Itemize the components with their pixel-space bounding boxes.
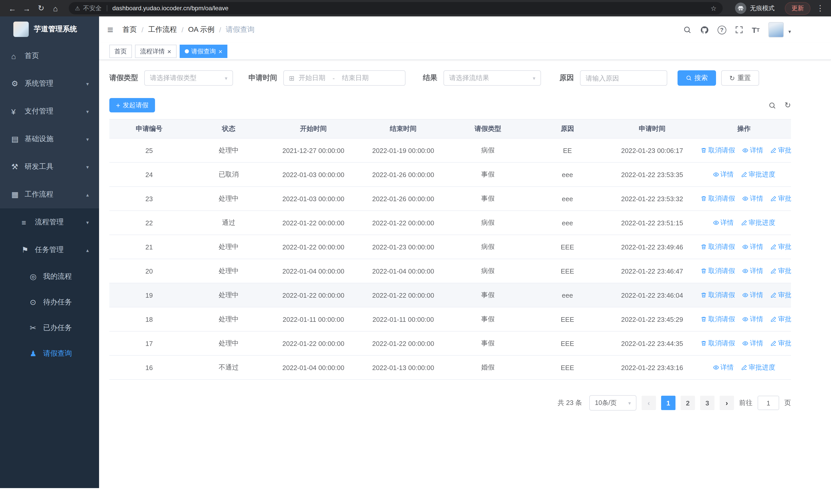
- approval-progress-link[interactable]: 审批进度: [741, 218, 775, 227]
- search-button[interactable]: 搜索: [678, 70, 716, 86]
- prev-page-button[interactable]: ‹: [641, 396, 656, 410]
- create-leave-button[interactable]: + 发起请假: [109, 98, 155, 112]
- sidebar-item-label: 我的流程: [43, 272, 72, 281]
- approval-progress-link[interactable]: 审批进度: [770, 291, 791, 300]
- breadcrumb-item[interactable]: 首页: [122, 25, 137, 34]
- back-button[interactable]: ←: [6, 4, 19, 12]
- sidebar-item-dev-tools[interactable]: ⚒研发工具▾: [0, 153, 99, 181]
- detail-link[interactable]: 详情: [742, 266, 763, 276]
- cell-reason: EEE: [528, 259, 607, 283]
- cancel-leave-link[interactable]: 取消请假: [700, 315, 735, 324]
- detail-link[interactable]: 详情: [713, 218, 734, 227]
- approval-progress-link[interactable]: 审批进度: [770, 315, 791, 324]
- font-size-icon[interactable]: TT: [752, 25, 760, 34]
- sidebar-item-system[interactable]: ⚙系统管理▾: [0, 70, 99, 97]
- action-label: 详情: [720, 218, 734, 227]
- breadcrumb-item[interactable]: OA 示例: [188, 25, 214, 34]
- page-1-button[interactable]: 1: [661, 396, 676, 410]
- sidebar-item-infrastructure[interactable]: ▤基础设施▾: [0, 125, 99, 153]
- bookmark-star-icon[interactable]: ☆: [711, 4, 717, 12]
- page-3-button[interactable]: 3: [700, 396, 715, 410]
- chevron-down-icon: ▾: [86, 219, 89, 225]
- forward-button[interactable]: →: [21, 4, 33, 12]
- approval-progress-link[interactable]: 审批进度: [741, 170, 775, 179]
- cancel-leave-link[interactable]: 取消请假: [700, 291, 735, 300]
- reason-input[interactable]: [580, 70, 667, 86]
- cell-status: 处理中: [189, 186, 268, 211]
- approval-progress-link[interactable]: 审批进度: [770, 242, 791, 251]
- table-row: 19处理中2022-01-22 00:00:002022-01-22 00:00…: [109, 283, 791, 307]
- update-button[interactable]: 更新: [785, 2, 810, 14]
- sidebar-item-leave-query[interactable]: ♟请假查询: [0, 341, 99, 366]
- goto-page-input[interactable]: [757, 396, 779, 410]
- search-icon[interactable]: [683, 26, 691, 34]
- sidebar-item-todo-task[interactable]: ⊙待办任务: [0, 290, 99, 315]
- approval-progress-link[interactable]: 审批进度: [770, 146, 791, 155]
- cell-apply-time: 2022-01-22 23:46:47: [607, 259, 697, 283]
- reload-button[interactable]: ↻: [35, 4, 47, 13]
- sidebar-item-payment[interactable]: ¥支付管理▾: [0, 97, 99, 125]
- table-refresh-icon[interactable]: ↻: [784, 100, 791, 110]
- approval-progress-link[interactable]: 审批进度: [770, 194, 791, 203]
- detail-link[interactable]: 详情: [713, 170, 734, 179]
- column-header: 申请编号: [109, 119, 189, 138]
- page-2-button[interactable]: 2: [681, 396, 695, 410]
- detail-link[interactable]: 详情: [742, 146, 763, 155]
- approval-progress-link[interactable]: 审批进度: [770, 339, 791, 348]
- browser-window: ← → ↻ ⌂ ⚠ 不安全 dashboard.yudao.iocoder.cn…: [0, 0, 831, 504]
- cancel-leave-link[interactable]: 取消请假: [700, 242, 735, 251]
- detail-link[interactable]: 详情: [742, 242, 763, 251]
- detail-link[interactable]: 详情: [742, 291, 763, 300]
- close-icon[interactable]: ×: [219, 48, 222, 55]
- sidebar-item-my-process[interactable]: ◎我的流程: [0, 264, 99, 290]
- sidebar-item-process-mgmt[interactable]: ≡流程管理▾: [0, 208, 99, 236]
- user-icon: ♟: [30, 349, 42, 358]
- breadcrumb-item[interactable]: 工作流程: [148, 25, 177, 34]
- detail-link[interactable]: 详情: [713, 363, 734, 372]
- cell-id: 19: [109, 283, 189, 307]
- menu-dots-icon[interactable]: ⋮: [815, 4, 825, 13]
- tab-home[interactable]: 首页: [109, 45, 132, 58]
- sidebar-item-workflow[interactable]: ▦工作流程▴: [0, 181, 99, 208]
- sidebar-item-done-task[interactable]: ✂已办任务: [0, 315, 99, 341]
- tab-process-detail[interactable]: 流程详情×: [135, 45, 176, 58]
- github-icon[interactable]: [700, 25, 709, 34]
- result-select[interactable]: 请选择流结果 ▾: [443, 70, 541, 86]
- cancel-leave-link[interactable]: 取消请假: [700, 146, 735, 155]
- cancel-icon: [700, 268, 707, 274]
- sidebar-item-task-mgmt[interactable]: ⚑任务管理▴: [0, 236, 99, 264]
- cell-status: 处理中: [189, 283, 268, 307]
- cancel-leave-link[interactable]: 取消请假: [700, 194, 735, 203]
- sidebar-item-home[interactable]: ⌂首页: [0, 42, 99, 70]
- avatar[interactable]: [768, 22, 784, 37]
- detail-link[interactable]: 详情: [742, 315, 763, 324]
- next-page-button[interactable]: ›: [720, 396, 734, 410]
- home-button[interactable]: ⌂: [49, 4, 62, 12]
- search-button-label: 搜索: [694, 73, 708, 83]
- cell-actions: 取消请假详情审批进度: [697, 331, 791, 355]
- action-label: 详情: [720, 363, 734, 372]
- reset-button[interactable]: ↻ 重置: [721, 70, 759, 86]
- url-text: dashboard.yudao.iocoder.cn/bpm/oa/leave: [112, 5, 708, 12]
- cell-start-time: 2022-01-22 00:00:00: [268, 331, 358, 355]
- action-label: 审批进度: [749, 218, 775, 227]
- page-size-select[interactable]: 10条/页 ▾: [589, 395, 636, 411]
- breadcrumb-separator: /: [219, 26, 221, 34]
- apply-time-range-picker[interactable]: ⊞ 开始日期 - 结束日期: [283, 70, 405, 86]
- cancel-leave-link[interactable]: 取消请假: [700, 266, 735, 276]
- sidebar-toggle-icon[interactable]: ≡: [107, 24, 113, 36]
- detail-link[interactable]: 详情: [742, 339, 763, 348]
- cancel-leave-link[interactable]: 取消请假: [700, 339, 735, 348]
- logo: 芋道管理系统: [0, 17, 99, 42]
- leave-type-select[interactable]: 请选择请假类型 ▾: [144, 70, 233, 86]
- help-icon[interactable]: ?: [717, 25, 726, 34]
- close-icon[interactable]: ×: [167, 48, 171, 55]
- table-search-icon[interactable]: [769, 101, 776, 109]
- fullscreen-icon[interactable]: [735, 26, 743, 34]
- detail-icon: [742, 196, 748, 202]
- approval-progress-link[interactable]: 审批进度: [770, 266, 791, 276]
- detail-link[interactable]: 详情: [742, 194, 763, 203]
- address-bar[interactable]: ⚠ 不安全 dashboard.yudao.iocoder.cn/bpm/oa/…: [69, 2, 723, 14]
- approval-progress-link[interactable]: 审批进度: [741, 363, 775, 372]
- tab-leave-query[interactable]: 请假查询×: [179, 45, 227, 58]
